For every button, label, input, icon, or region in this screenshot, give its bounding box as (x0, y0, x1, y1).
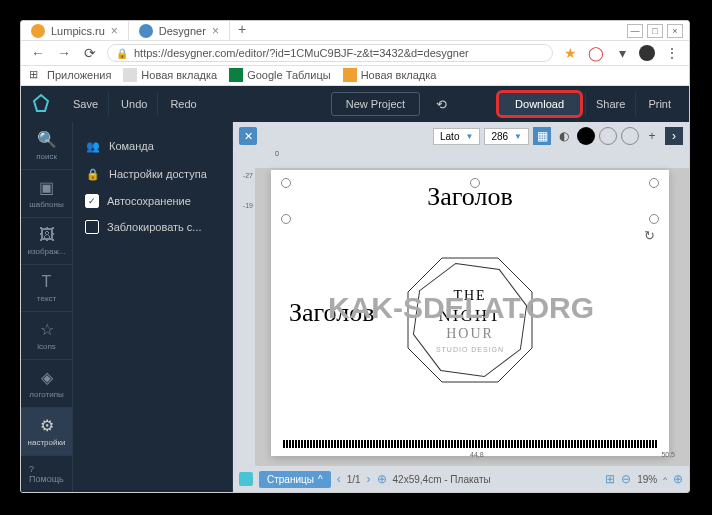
prev-page-button[interactable]: ‹ (337, 472, 341, 486)
next-page-button[interactable]: › (367, 472, 371, 486)
text-element[interactable]: Заголов (427, 182, 513, 212)
search-icon: 🔍 (37, 130, 57, 149)
sidebar-label: логотипы (29, 390, 63, 399)
download-button[interactable]: Download (496, 90, 583, 118)
templates-icon: ▣ (39, 178, 54, 197)
sidebar-item-icons[interactable]: ☆icons (21, 312, 72, 360)
apps-label: Приложения (47, 69, 111, 81)
profile-icon[interactable] (639, 45, 655, 61)
color-none[interactable] (621, 127, 639, 145)
close-toolbar-button[interactable]: ✕ (239, 127, 257, 145)
sidebar-label: изображ... (28, 247, 66, 256)
panel-item-access[interactable]: 🔒Настройки доступа (81, 160, 224, 188)
browser-window: Lumpics.ru × Desygner × + — □ × ← → ⟳ 🔒 … (20, 20, 690, 493)
extension-icon[interactable]: ▾ (613, 45, 631, 61)
more-button[interactable]: › (665, 127, 683, 145)
sidebar-item-search[interactable]: 🔍поиск (21, 122, 72, 170)
checkbox-unchecked[interactable] (85, 220, 99, 234)
canvas[interactable]: Заголов ↻ THE NIGHT HOUR STUDIO DESIGN (271, 170, 669, 456)
fill-button[interactable]: ▦ (533, 127, 551, 145)
font-select[interactable]: Lato▼ (433, 128, 480, 145)
ruler-tick: -19 (243, 202, 253, 209)
close-icon[interactable]: × (667, 24, 683, 38)
sidebar-item-images[interactable]: 🖼изображ... (21, 218, 72, 265)
grid-button[interactable]: ⊞ (605, 472, 615, 486)
new-project-button[interactable]: New Project (331, 92, 420, 116)
handle[interactable] (649, 178, 659, 188)
sidebar-item-templates[interactable]: ▣шаблоны (21, 170, 72, 218)
page-icon (343, 68, 357, 82)
contrast-button[interactable]: ◐ (555, 127, 573, 145)
reload-button[interactable]: ⟳ (81, 45, 99, 61)
settings-icon: ⚙ (40, 416, 54, 435)
handle[interactable] (281, 178, 291, 188)
panel-item-team[interactable]: 👥Команда (81, 132, 224, 160)
team-icon: 👥 (85, 138, 101, 154)
tab-desygner[interactable]: Desygner × (129, 21, 230, 40)
panel-item-autosave[interactable]: ✓Автосохранение (81, 188, 224, 214)
new-tab-button[interactable]: + (230, 21, 254, 40)
redo-button[interactable]: Redo (160, 92, 206, 116)
url-field[interactable]: 🔒 https://desygner.com/editor/?id=1CMuC9… (107, 44, 553, 62)
font-value: Lato (440, 131, 459, 142)
apps-button[interactable]: ⊞Приложения (29, 68, 111, 82)
sidebar-label: текст (37, 294, 56, 303)
window-controls: — □ × (621, 24, 689, 38)
desygner-app: Save Undo Redo New Project ⟲ Download Sh… (21, 86, 689, 492)
color-black[interactable] (577, 127, 595, 145)
maximize-icon[interactable]: □ (647, 24, 663, 38)
menu-icon[interactable]: ⋮ (663, 45, 681, 61)
help-link[interactable]: ? Помощь (21, 456, 72, 492)
zoom-value: 19% (637, 474, 657, 485)
bookmark-item[interactable]: Новая вкладка (123, 68, 217, 82)
close-icon[interactable]: × (212, 24, 219, 38)
extension-icon[interactable]: ◯ (587, 45, 605, 61)
center-text: NIGHT (400, 306, 540, 326)
add-page-button[interactable]: ⊕ (377, 472, 387, 486)
rotate-handle[interactable]: ↻ (644, 228, 655, 243)
favicon (139, 24, 153, 38)
sidebar-item-text[interactable]: Tтекст (21, 265, 72, 312)
sidebar: 🔍поиск ▣шаблоны 🖼изображ... Tтекст ☆icon… (21, 122, 73, 492)
forward-button[interactable]: → (55, 45, 73, 61)
favicon (31, 24, 45, 38)
dimensions-label: 42x59,4cm - Плакаты (393, 474, 491, 485)
save-button[interactable]: Save (63, 92, 109, 116)
sidebar-item-logos[interactable]: ◈логотипы (21, 360, 72, 408)
size-select[interactable]: 286▼ (484, 128, 529, 145)
sidebar-item-settings[interactable]: ⚙настройки (21, 408, 72, 456)
octagon-shape[interactable]: THE NIGHT HOUR STUDIO DESIGN (400, 250, 540, 390)
print-button[interactable]: Print (638, 92, 681, 116)
chevron-up-icon: ^ (318, 474, 323, 485)
close-icon[interactable]: × (111, 24, 118, 38)
handle[interactable] (649, 214, 659, 224)
handle[interactable] (281, 214, 291, 224)
pages-button[interactable]: Страницы^ (259, 471, 331, 488)
undo-button[interactable]: Undo (111, 92, 158, 116)
color-white[interactable] (599, 127, 617, 145)
star-icon[interactable]: ★ (561, 45, 579, 61)
zoom-out-button[interactable]: ⊖ (621, 472, 631, 486)
sheets-icon (229, 68, 243, 82)
zoom-in-button[interactable]: ⊕ (673, 472, 683, 486)
text-element[interactable]: Заголов (289, 298, 375, 328)
desygner-logo[interactable] (29, 92, 53, 116)
history-button[interactable]: ⟲ (428, 91, 454, 117)
checkbox-checked[interactable]: ✓ (85, 194, 99, 208)
ruler-tick: 44,8 (470, 451, 484, 458)
sidebar-label: шаблоны (29, 200, 63, 209)
tab-lumpics[interactable]: Lumpics.ru × (21, 21, 129, 40)
handle[interactable] (470, 178, 480, 188)
minimize-icon[interactable]: — (627, 24, 643, 38)
panel-item-lock[interactable]: Заблокировать с... (81, 214, 224, 240)
logo-icon: ◈ (41, 368, 53, 387)
ruler-bar (283, 440, 657, 448)
panel-label: Заблокировать с... (107, 221, 202, 233)
bookmark-item[interactable]: Новая вкладка (343, 68, 437, 82)
back-button[interactable]: ← (29, 45, 47, 61)
add-color-button[interactable]: + (643, 127, 661, 145)
ruler-horizontal: 0 (255, 150, 689, 168)
bookmark-item[interactable]: Google Таблицы (229, 68, 330, 82)
sidebar-label: поиск (36, 152, 57, 161)
share-button[interactable]: Share (585, 92, 636, 116)
